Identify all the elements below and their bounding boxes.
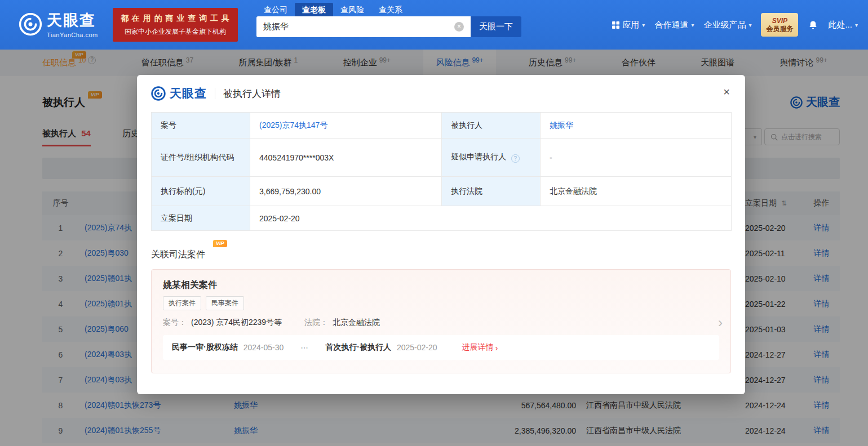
case-tags: 执行案件 民事案件 [163, 296, 719, 310]
tianyancha-logo-icon [19, 12, 42, 36]
apps-grid-icon [612, 21, 619, 29]
caret-down-icon: ▾ [749, 22, 751, 28]
id-number-label: 证件号/组织机构代码 [152, 139, 250, 177]
related-cases-title: 关联司法案件 [151, 249, 731, 261]
menu-enterprise-label: 企业级产品 [703, 20, 746, 30]
progress-detail-label: 进展详情 [462, 342, 494, 353]
tab-search-boss[interactable]: 查老板 [295, 3, 333, 18]
svip-sublabel: 会员服务 [766, 25, 793, 33]
timeline-event-title: 民事一审·股权冻结 [172, 342, 238, 353]
filing-date-label: 立案日期 [152, 206, 250, 231]
related-cases-section: VIP 关联司法案件 [151, 249, 731, 261]
search-button[interactable]: 天眼一下 [471, 16, 521, 37]
ellipsis-icon: ⋯ [300, 343, 308, 352]
court-value: 北京金融法院 [541, 177, 732, 206]
search-box: 天眼一下 [256, 16, 521, 37]
executed-person-detail-modal: 天眼查 被执行人详情 × 案号 (2025)京74执147号 被执行人 姚振华 … [137, 75, 745, 394]
menu-enterprise[interactable]: 企业级产品 ▾ [703, 20, 751, 30]
menu-apps[interactable]: 应用 ▾ [612, 20, 645, 30]
tab-search-risk[interactable]: 查风险 [333, 3, 371, 18]
search-category-tabs: 查公司 查老板 查风险 查关系 [256, 3, 410, 18]
brand-name: 天眼查 [47, 10, 98, 30]
court-value: 北京金融法院 [333, 318, 380, 328]
modal-brand-label: 天眼查 [170, 86, 207, 101]
amount-label: 执行标的(元) [152, 177, 250, 206]
search-clear-icon[interactable]: × [454, 22, 464, 32]
progress-detail-link[interactable]: 进展详情 › [462, 342, 498, 353]
menu-cooperation[interactable]: 合作通道 ▾ [654, 20, 694, 30]
chevron-right-icon[interactable]: › [718, 315, 723, 331]
vip-badge: VIP [213, 240, 227, 247]
court-label: 执行法院 [442, 177, 541, 206]
close-icon[interactable]: × [723, 86, 730, 97]
related-case-name: 姚某相关案件 [163, 279, 719, 291]
case-tag: 执行案件 [163, 296, 201, 310]
case-tag: 民事案件 [206, 296, 244, 310]
promo-line1: 都 在 用 的 商 业 查 询 工 具 [113, 14, 238, 24]
applicant-value: - [541, 139, 732, 177]
detail-table: 案号 (2025)京74执147号 被执行人 姚振华 证件号/组织机构代码 44… [151, 112, 732, 231]
caret-down-icon: ▾ [691, 22, 694, 28]
chevron-right-icon: › [495, 343, 498, 353]
timeline-event-date: 2024-05-30 [243, 343, 284, 352]
case-no-label: 案号： [163, 318, 187, 328]
promo-line2: 国家中小企业发展子基金旗下机构 [113, 27, 238, 37]
brand-logo[interactable]: 天眼查 TianYanCha.com [19, 10, 98, 38]
tianyancha-logo-icon [151, 86, 166, 101]
case-no-value: (2023) 京74民初2239号等 [191, 318, 282, 328]
menu-account[interactable]: 此处... ▾ [828, 20, 858, 30]
search-input[interactable] [256, 16, 471, 37]
bell-icon[interactable] [808, 20, 818, 30]
menu-account-label: 此处... [828, 20, 852, 30]
case-timeline: 民事一审·股权冻结 2024-05-30 ⋯ 首次执行·被执行人 2025-02… [163, 335, 719, 360]
svip-member-button[interactable]: SVIP 会员服务 [761, 13, 798, 37]
amount-value: 3,669,759,230.00 [250, 177, 442, 206]
modal-header: 天眼查 被执行人详情 × [137, 75, 745, 112]
id-number-value: 4405241970****003X [250, 139, 442, 177]
menu-apps-label: 应用 [622, 20, 639, 30]
applicant-label-cell: 疑似申请执行人 ? [442, 139, 541, 177]
header-menu: 应用 ▾ 合作通道 ▾ 企业级产品 ▾ SVIP 会员服务 此处... ▾ [612, 0, 858, 50]
case-meta-line: 案号： (2023) 京74民初2239号等 法院： 北京金融法院 [163, 318, 719, 328]
caret-down-icon: ▾ [642, 22, 645, 28]
svip-label: SVIP [772, 17, 787, 25]
promo-banner: 都 在 用 的 商 业 查 询 工 具 国家中小企业发展子基金旗下机构 [113, 8, 238, 42]
caret-down-icon: ▾ [855, 22, 858, 28]
related-case-card[interactable]: 姚某相关案件 执行案件 民事案件 案号： (2023) 京74民初2239号等 … [151, 269, 731, 373]
modal-title: 被执行人详情 [223, 87, 281, 100]
menu-cooperation-label: 合作通道 [654, 20, 688, 30]
timeline-event-date: 2025-02-20 [397, 343, 437, 352]
court-label: 法院： [304, 318, 328, 328]
timeline-event-title: 首次执行·被执行人 [325, 342, 391, 353]
help-icon[interactable]: ? [511, 154, 520, 163]
top-header: 天眼查 TianYanCha.com 都 在 用 的 商 业 查 询 工 具 国… [0, 0, 868, 50]
brand-domain: TianYanCha.com [47, 32, 98, 38]
applicant-label: 疑似申请执行人 [451, 152, 506, 161]
case-no-label: 案号 [152, 113, 250, 139]
tab-search-relation[interactable]: 查关系 [371, 3, 410, 18]
person-link[interactable]: 姚振华 [550, 121, 573, 130]
filing-date-value: 2025-02-20 [250, 206, 732, 231]
tab-search-company[interactable]: 查公司 [256, 3, 295, 18]
modal-brand-logo: 天眼查 [151, 86, 207, 101]
divider [215, 88, 215, 99]
person-label: 被执行人 [442, 113, 541, 139]
case-no-link[interactable]: (2025)京74执147号 [259, 121, 327, 130]
